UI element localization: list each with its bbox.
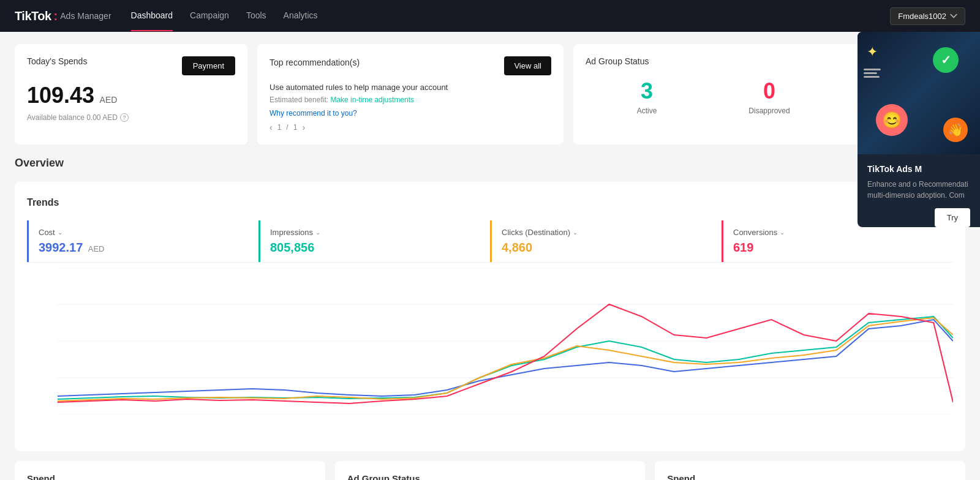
recommendation-card: Top recommendation(s) View all Use autom… xyxy=(257,44,564,144)
rec-header: Top recommendation(s) View all xyxy=(270,56,551,75)
rec-title: Top recommendation(s) xyxy=(270,58,360,67)
overview-title: Overview xyxy=(15,157,64,170)
rec-prev-button[interactable]: ‹ xyxy=(270,122,273,132)
chevron-down-icon xyxy=(950,12,957,20)
sparkle-icon: ✦ xyxy=(867,44,878,60)
adgroup-disapproved-count: 0 xyxy=(708,78,831,104)
nav-link-tools[interactable]: Tools xyxy=(246,1,266,31)
bottom-card-1: Spend xyxy=(15,461,325,480)
nav-link-dashboard[interactable]: Dashboard xyxy=(131,1,173,31)
bottom-card-3: Spend xyxy=(655,461,965,480)
bottom-card-2-title: Ad Group Status xyxy=(347,473,420,480)
check-badge: ✓ xyxy=(933,47,959,73)
metric-conversions-value: 619 xyxy=(733,241,943,255)
adgroup-active: 3 Active xyxy=(586,73,708,120)
trends-metrics: Cost ⌄ 3992.17 AED Impressions ⌄ 805,856 xyxy=(27,220,953,263)
metric-clicks-chevron[interactable]: ⌄ xyxy=(573,229,578,236)
nav-link-campaign[interactable]: Campaign xyxy=(190,1,229,31)
spends-currency: AED xyxy=(100,95,118,105)
spends-balance: Available balance 0.00 AED ? xyxy=(27,113,235,122)
brand-sub: Ads Manager xyxy=(60,11,111,21)
account-selector[interactable]: Fmdeals1002 xyxy=(890,7,965,25)
spends-title: Today's Spends xyxy=(27,56,87,66)
bottom-card-1-title: Spend xyxy=(27,473,55,480)
nav-links: Dashboard Campaign Tools Analytics xyxy=(131,1,318,31)
adgroup-disapproved-label: Disapproved xyxy=(708,107,831,115)
overview-header: Overview 2023-10-01 – xyxy=(15,154,965,172)
side-panel-title: TikTok Ads M xyxy=(867,164,970,174)
try-button[interactable]: Try xyxy=(935,208,970,227)
rec-benefit: Estimated benefit: Make in-time adjustme… xyxy=(270,96,551,104)
side-panel-banner: ✦ ✓ 😊 👋 xyxy=(858,32,980,154)
chart-svg: 2023-10-01 2023-10-05 2023-10-09 2023-10… xyxy=(58,268,953,414)
rec-benefit-link[interactable]: Make in-time adjustments xyxy=(330,96,414,104)
wave-icon: 👋 xyxy=(943,118,968,142)
metric-clicks-value: 4,860 xyxy=(502,241,712,255)
menu-lines-icon xyxy=(864,69,881,78)
viewall-button[interactable]: View all xyxy=(504,56,551,75)
rec-why-link[interactable]: Why recommend it to you? xyxy=(270,109,551,118)
clicks-line xyxy=(58,318,953,401)
metric-conversions-label: Conversions ⌄ xyxy=(733,228,943,237)
conversions-line xyxy=(58,304,953,403)
smiley-icon: 😊 xyxy=(876,104,908,136)
metric-cost-value: 3992.17 AED xyxy=(39,241,249,255)
bottom-card-2: Ad Group Status xyxy=(335,461,646,480)
top-cards-row: Today's Spends Payment 109.43 AED Availa… xyxy=(15,44,965,144)
adgroup-disapproved: 0 Disapproved xyxy=(708,73,831,120)
metric-clicks: Clicks (Destination) ⌄ 4,860 xyxy=(490,220,722,262)
side-panel-content: TikTok Ads M Enhance and o Recommendati … xyxy=(858,154,980,218)
bottom-cards-row: Spend Ad Group Status Spend xyxy=(15,461,965,480)
metric-conversions-chevron[interactable]: ⌄ xyxy=(780,229,785,236)
cost-line xyxy=(58,320,953,396)
spends-amount: 109.43 xyxy=(27,83,94,108)
balance-info-icon[interactable]: ? xyxy=(120,113,129,122)
side-panel: ✦ ✓ 😊 👋 TikTok Ads M Enhance and o Recom… xyxy=(858,32,980,227)
adgroup-active-count: 3 xyxy=(586,78,708,104)
todays-spends-card: Today's Spends Payment 109.43 AED Availa… xyxy=(15,44,247,144)
metric-clicks-label: Clicks (Destination) ⌄ xyxy=(502,228,712,237)
nav-link-analytics[interactable]: Analytics xyxy=(284,1,318,31)
rec-pagination: ‹ 1 / 1 › xyxy=(270,122,551,132)
spends-header-row: Today's Spends Payment xyxy=(27,56,235,75)
metric-impressions-chevron[interactable]: ⌄ xyxy=(315,229,320,236)
trends-header: Trends xyxy=(27,194,953,211)
rec-next-button[interactable]: › xyxy=(302,122,305,132)
side-panel-desc: Enhance and o Recommendati multi-dimensi… xyxy=(867,179,970,201)
main-content: Today's Spends Payment 109.43 AED Availa… xyxy=(0,32,980,480)
metric-cost-chevron[interactable]: ⌄ xyxy=(58,229,62,236)
trends-title: Trends xyxy=(27,197,59,208)
metric-impressions-label: Impressions ⌄ xyxy=(270,228,480,237)
metric-impressions-value: 805,856 xyxy=(270,241,480,255)
main-nav: TikTok: Ads Manager Dashboard Campaign T… xyxy=(0,0,980,32)
rec-description: Use automated rules to help manage your … xyxy=(270,83,551,92)
trends-chart: 2023-10-01 2023-10-05 2023-10-09 2023-10… xyxy=(27,268,953,439)
adgroup-active-label: Active xyxy=(586,107,708,115)
metric-cost: Cost ⌄ 3992.17 AED xyxy=(27,220,258,262)
brand-logo: TikTok: Ads Manager xyxy=(15,9,111,23)
trends-card: Trends Cost ⌄ 3992.17 AED xyxy=(15,182,965,451)
bottom-card-3-title: Spend xyxy=(667,473,695,480)
metric-cost-label: Cost ⌄ xyxy=(39,228,249,237)
brand-tiktok: TikTok xyxy=(15,9,51,23)
metric-impressions: Impressions ⌄ 805,856 xyxy=(258,220,490,262)
payment-button[interactable]: Payment xyxy=(182,56,235,75)
